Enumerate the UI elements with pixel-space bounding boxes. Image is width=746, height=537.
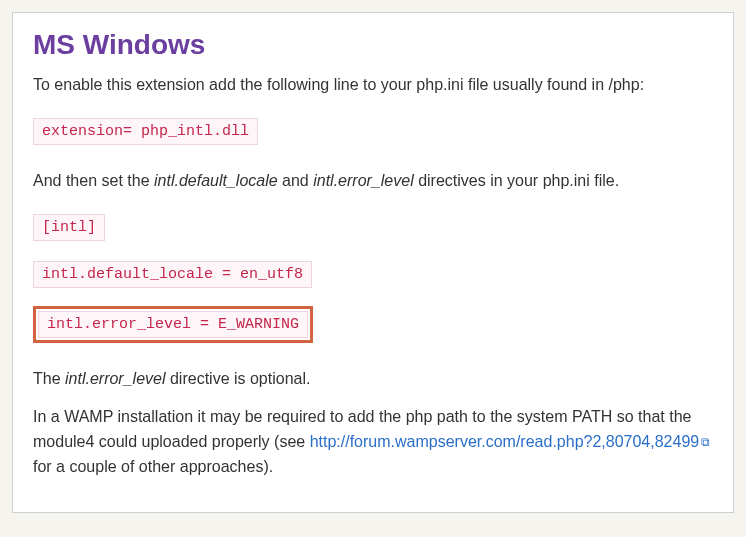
external-link-icon: ⧉ xyxy=(701,433,710,452)
text-fragment: directives in your php.ini file. xyxy=(414,172,619,189)
directive-name: intl.default_locale xyxy=(154,172,278,189)
intro-paragraph: To enable this extension add the followi… xyxy=(33,73,713,98)
code-error-level: intl.error_level = E_WARNING xyxy=(38,311,308,338)
code-intl-section: [intl] xyxy=(33,214,105,241)
text-fragment: directive is optional. xyxy=(166,370,311,387)
directive-name: intl.error_level xyxy=(65,370,165,387)
section-heading: MS Windows xyxy=(33,29,713,61)
text-fragment: for a couple of other approaches). xyxy=(33,458,273,475)
doc-section: MS Windows To enable this extension add … xyxy=(12,12,734,513)
optional-paragraph: The intl.error_level directive is option… xyxy=(33,367,713,392)
highlighted-code-box: intl.error_level = E_WARNING xyxy=(33,306,313,343)
text-fragment: The xyxy=(33,370,65,387)
code-extension-line: extension= php_intl.dll xyxy=(33,118,258,145)
directives-paragraph: And then set the intl.default_locale and… xyxy=(33,169,713,194)
directive-name: intl.error_level xyxy=(313,172,413,189)
text-fragment: And then set the xyxy=(33,172,154,189)
code-default-locale: intl.default_locale = en_utf8 xyxy=(33,261,312,288)
forum-link[interactable]: http://forum.wampserver.com/read.php?2,8… xyxy=(310,433,700,450)
wamp-paragraph: In a WAMP installation it may be require… xyxy=(33,405,713,479)
text-fragment: and xyxy=(278,172,314,189)
